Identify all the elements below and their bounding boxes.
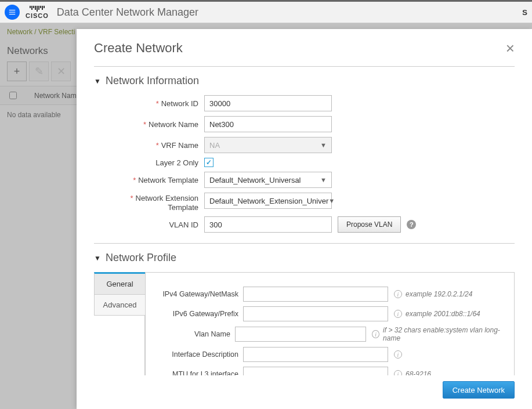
- help-icon[interactable]: ?: [407, 220, 416, 229]
- info-icon: i: [394, 310, 402, 318]
- network-template-value: Default_Network_Universal: [209, 176, 301, 184]
- vlan-id-input[interactable]: [204, 216, 332, 233]
- section-network-information-toggle[interactable]: ▼ Network Information: [94, 75, 515, 87]
- label-interface-description: Interface Description: [156, 350, 243, 359]
- info-icon: i: [394, 290, 402, 298]
- label-ipv4-gateway: IPv4 Gateway/NetMask: [156, 290, 243, 298]
- info-icon: i: [394, 350, 402, 359]
- tab-general[interactable]: General: [94, 272, 145, 295]
- label-ipv6-gateway: IPv6 Gateway/Prefix: [156, 310, 243, 318]
- chevron-down-icon: ▼: [320, 142, 327, 149]
- section-network-profile-toggle[interactable]: ▼ Network Profile: [94, 252, 515, 264]
- tab-advanced[interactable]: Advanced: [94, 295, 145, 316]
- interface-description-input[interactable]: [243, 347, 388, 362]
- label-layer2-only: Layer 2 Only: [155, 158, 198, 167]
- label-network-template: Network Template: [138, 176, 198, 184]
- hint-mtu: 68-9216: [406, 370, 431, 375]
- top-bar: CISCO Data Center Network Manager S: [0, 0, 532, 23]
- cisco-logo: CISCO: [26, 6, 49, 19]
- profile-general-panel: IPv4 Gateway/NetMask iexample 192.0.2.1/…: [145, 272, 515, 375]
- modal-close-button[interactable]: ×: [506, 41, 515, 56]
- label-vrf-name: VRF Name: [161, 141, 198, 150]
- topbar-right-text: S: [522, 8, 527, 17]
- modal-title: Create Network: [94, 41, 506, 56]
- ipv6-gateway-input[interactable]: [243, 306, 388, 321]
- layer2-only-checkbox[interactable]: ✓: [204, 158, 213, 167]
- network-extension-template-value: Default_Network_Extension_Univer: [209, 197, 328, 205]
- cisco-text: CISCO: [26, 13, 49, 19]
- hint-ipv6-gateway: example 2001:db8::1/64: [406, 310, 480, 318]
- chevron-down-icon: ▼: [94, 77, 101, 85]
- cisco-bars-icon: [30, 6, 45, 12]
- ipv4-gateway-input[interactable]: [243, 287, 388, 302]
- close-icon: ×: [506, 39, 515, 57]
- info-icon: i: [394, 370, 402, 375]
- checkmark-icon: ✓: [206, 158, 212, 167]
- vlan-name-input[interactable]: [235, 327, 366, 342]
- network-template-select[interactable]: Default_Network_Universal ▼: [204, 172, 332, 188]
- network-extension-template-select[interactable]: Default_Network_Extension_Univer ▼: [204, 193, 332, 209]
- svg-rect-0: [9, 10, 16, 10]
- label-network-name: Network Name: [149, 120, 198, 129]
- section-title: Network Information: [106, 75, 199, 87]
- mtu-input[interactable]: [243, 367, 388, 375]
- label-vlan-id: VLAN ID: [169, 220, 198, 229]
- divider: [94, 66, 515, 67]
- info-icon: i: [372, 330, 379, 338]
- label-network-ext-template-l1: Network Extension: [136, 194, 198, 202]
- vrf-name-select: NA ▼: [204, 137, 332, 153]
- chevron-down-icon: ▼: [320, 176, 327, 183]
- network-id-input[interactable]: [204, 95, 332, 111]
- chevron-down-icon: ▼: [328, 197, 335, 204]
- label-vlan-name: Vlan Name: [156, 330, 235, 338]
- label-network-id: Network ID: [161, 99, 198, 108]
- create-network-modal: Create Network × ▼ Network Information *…: [77, 29, 532, 409]
- section-title: Network Profile: [106, 252, 176, 264]
- propose-vlan-button[interactable]: Propose VLAN: [338, 216, 401, 233]
- vrf-name-value: NA: [209, 141, 220, 150]
- svg-rect-2: [9, 14, 16, 15]
- label-mtu: MTU for L3 interface: [156, 370, 243, 375]
- svg-rect-1: [9, 12, 16, 12]
- hamburger-menu-button[interactable]: [5, 5, 20, 20]
- chevron-down-icon: ▼: [94, 254, 101, 262]
- network-name-input[interactable]: [204, 116, 332, 132]
- modal-footer: Create Network: [77, 375, 532, 409]
- hamburger-icon: [8, 8, 16, 16]
- divider: [94, 243, 515, 244]
- tab-filler: [94, 316, 145, 375]
- hint-ipv4-gateway: example 192.0.2.1/24: [406, 290, 472, 298]
- label-network-ext-template-l2: Template: [168, 203, 198, 212]
- app-title: Data Center Network Manager: [57, 6, 198, 19]
- hint-vlan-name: if > 32 chars enable:system vlan long-na…: [383, 326, 504, 342]
- create-network-submit-button[interactable]: Create Network: [443, 381, 515, 399]
